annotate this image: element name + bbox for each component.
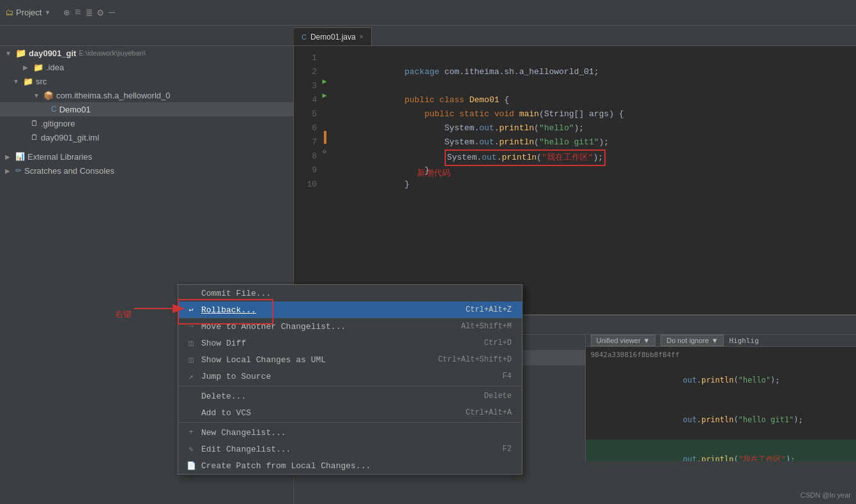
edit-cl-shortcut: F2 (503, 445, 512, 454)
menu-rollback[interactable]: ↩ Rollback... Ctrl+Alt+Z (178, 302, 522, 318)
menu-jump-source[interactable]: ↗ Jump to Source F4 (178, 368, 522, 385)
sidebar-item-root[interactable]: ▼ 📁 day0901_git E:\ideawork\jiuyeban\ (0, 46, 293, 60)
menu-show-uml[interactable]: ◫ Show Local Changes as UML Ctrl+Alt+Shi… (178, 351, 522, 368)
commit-label: Commit File... (201, 289, 271, 298)
sidebar-item-demo01[interactable]: C Demo01 (0, 102, 293, 116)
src-folder-icon: 📁 (23, 77, 33, 86)
uml-icon: ◫ (186, 355, 196, 365)
edit-cl-label: Edit Changelist... (201, 445, 291, 454)
edit-cl-icon: ✎ (186, 444, 196, 454)
rollback-icon: ↩ (186, 305, 196, 315)
jump-icon: ↗ (186, 371, 196, 381)
csdn-watermark: CSDN @In year (800, 491, 851, 499)
diff-line-1: out.println("hello"); (586, 360, 857, 400)
menu-rollback-left: ↩ Rollback... (186, 305, 256, 315)
menu-patch-left: 📄 Create Patch from Local Changes... (186, 461, 371, 471)
diff-menu-icon: ◫ (186, 338, 196, 348)
menu-new-changelist[interactable]: + New Changelist... (178, 424, 522, 441)
diff-content: 9842a330816f8bb8f84ff out.println("hello… (586, 347, 857, 461)
menu-new-cl-left: + New Changelist... (186, 427, 286, 438)
menu-move-left: → Move to Another Changelist... (186, 321, 346, 332)
project-panel-header: 🗂 Project ▼ (5, 8, 50, 17)
add-vcs-label: Add to VCS (201, 408, 251, 418)
editor-area: 1 2 3 4 5 6 7 8 9 10 (294, 46, 856, 314)
delete-icon (186, 391, 196, 401)
tab-close-button[interactable]: × (360, 33, 363, 40)
jump-label: Jump to Source (201, 372, 271, 381)
delete-shortcut: Delete (484, 392, 512, 401)
project-label: Project (16, 8, 42, 17)
sidebar-item-idea[interactable]: ▶ 📁 .idea (0, 60, 293, 74)
tab-bar: C Demo01.java × (0, 26, 856, 46)
show-diff-shortcut: Ctrl+D (484, 339, 512, 347)
sidebar-item-src[interactable]: ▼ 📁 src (0, 74, 293, 88)
diff-line-added: out.println("我在工作区"); (586, 439, 857, 461)
toolbar: 🗂 Project ▼ ⊕ ≡ ≣ ⚙ — (0, 0, 856, 26)
sidebar-item-iml[interactable]: 🗒 day0901_git.iml (0, 130, 293, 144)
menu-delete[interactable]: Delete... Delete (178, 388, 522, 404)
unified-viewer-arrow: ▼ (643, 337, 650, 344)
list-icon[interactable]: ≡ (75, 7, 81, 19)
idea-folder-icon: 📁 (33, 63, 43, 72)
move-icon: → (186, 321, 196, 332)
sidebar-item-gitignore[interactable]: 🗒 .gitignore (0, 116, 293, 130)
settings-icon[interactable]: ⚙ (97, 6, 103, 19)
root-path: E:\ideawork\jiuyeban\ (79, 49, 146, 57)
menu-move-changelist[interactable]: → Move to Another Changelist... Alt+Shif… (178, 318, 522, 335)
project-folder-icon: 📁 (15, 48, 26, 58)
vcs-icon (186, 408, 196, 418)
tree-arrow-package: ▼ (33, 92, 41, 99)
gutter-run-3[interactable]: ▶ (319, 74, 330, 88)
unified-viewer-label: Unified viewer (597, 337, 641, 344)
gutter-7-modified (319, 130, 330, 144)
gitignore-label: .gitignore (41, 119, 75, 128)
menu-commit-file[interactable]: Commit File... (178, 285, 522, 302)
unified-viewer-button[interactable]: Unified viewer ▼ (591, 335, 656, 346)
iml-label: day0901_git.iml (41, 133, 99, 142)
line-numbers: 1 2 3 4 5 6 7 8 9 10 (294, 46, 319, 314)
show-uml-label: Show Local Changes as UML (201, 355, 326, 365)
menu-sep-2 (178, 422, 522, 423)
menu-edit-cl-left: ✎ Edit Changelist... (186, 444, 291, 454)
package-icon: 📦 (43, 91, 54, 100)
menu-show-diff[interactable]: ◫ Show Diff Ctrl+D (178, 335, 522, 351)
tab-java-icon: C (302, 33, 307, 41)
tab-demo01[interactable]: C Demo01.java × (294, 27, 372, 45)
new-cl-label: New Changelist... (201, 428, 286, 438)
ignore-arrow: ▼ (712, 337, 719, 344)
scratches-icon: ✏ (15, 166, 22, 175)
gutter-8: ◇ (319, 144, 330, 158)
extlibs-icon: 📊 (15, 152, 25, 161)
sidebar-item-external-libs[interactable]: ▶ 📊 External Libraries (0, 149, 293, 164)
minimize-icon[interactable]: — (109, 7, 115, 19)
move-label: Move to Another Changelist... (201, 322, 346, 332)
sidebar-item-package[interactable]: ▼ 📦 com.itheima.sh.a_helloworld_0 (0, 88, 293, 102)
project-dropdown-icon[interactable]: ▼ (44, 9, 50, 16)
sidebar-item-scratches[interactable]: ▶ ✏ Scratches and Consoles (0, 164, 293, 178)
ignore-label: Do not ignore (666, 337, 708, 344)
move-shortcut: Alt+Shift+M (461, 322, 512, 331)
editor-content: 1 2 3 4 5 6 7 8 9 10 (294, 46, 856, 314)
new-cl-icon: + (186, 427, 196, 438)
menu-edit-changelist[interactable]: ✎ Edit Changelist... F2 (178, 441, 522, 457)
idea-label: .idea (46, 63, 64, 72)
gutter-run-4[interactable]: ▶ (319, 88, 330, 102)
show-diff-label: Show Diff (201, 339, 246, 348)
gitignore-icon: 🗒 (31, 119, 38, 128)
tree-arrow-root: ▼ (5, 50, 13, 57)
tree-arrow-src: ▼ (13, 78, 20, 85)
code-line-1: package com.itheima.sh.a_helloworld_01; (330, 51, 856, 65)
demo01-label: Demo01 (59, 105, 91, 114)
ignore-button[interactable]: Do not ignore ▼ (661, 335, 724, 346)
menu-delete-left: Delete... (186, 391, 246, 401)
package-label: com.itheima.sh.a_helloworld_0 (56, 91, 170, 100)
tab-filename: Demo01.java (310, 33, 356, 42)
sort-icon[interactable]: ≣ (86, 6, 93, 19)
menu-diff-left: ◫ Show Diff (186, 338, 246, 348)
menu-create-patch[interactable]: 📄 Create Patch from Local Changes... (178, 457, 522, 474)
add-icon[interactable]: ⊕ (63, 6, 70, 19)
menu-uml-left: ◫ Show Local Changes as UML (186, 355, 326, 365)
menu-jump-left: ↗ Jump to Source (186, 371, 271, 381)
menu-add-vcs[interactable]: Add to VCS Ctrl+Alt+A (178, 404, 522, 421)
gutter-1 (319, 46, 330, 60)
